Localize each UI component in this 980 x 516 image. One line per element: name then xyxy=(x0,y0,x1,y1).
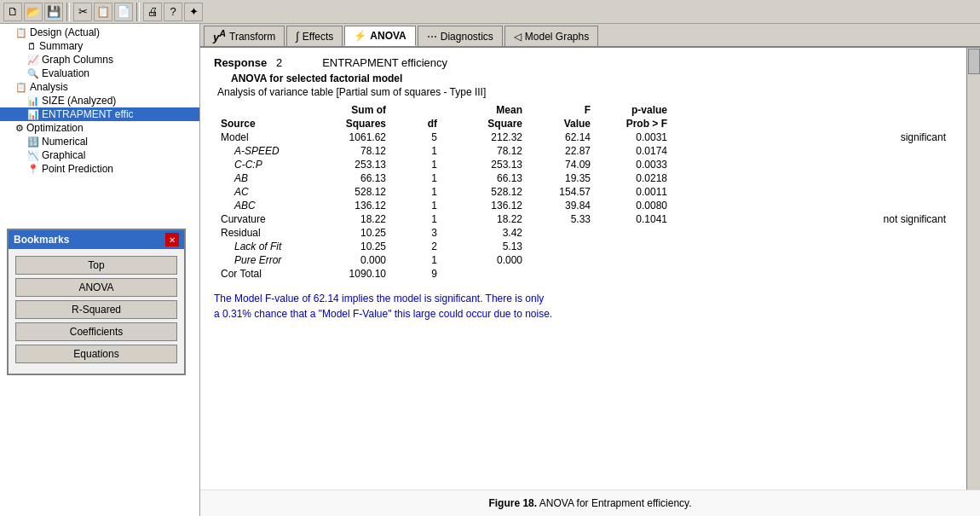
help-button[interactable]: ? xyxy=(164,3,182,21)
cell-mean-sq: 212.32 xyxy=(444,130,529,144)
cell-f-value: 74.09 xyxy=(529,158,597,171)
bookmarks-header: Bookmarks ✕ xyxy=(9,230,184,249)
table-row: Lack of Fit 10.25 2 5.13 xyxy=(214,240,953,253)
star-button[interactable]: ✦ xyxy=(184,3,203,21)
effects-icon: ∫ xyxy=(296,30,299,43)
table-row: Pure Error 0.000 1 0.000 xyxy=(214,253,953,267)
sidebar-item-evaluation[interactable]: 🔍 Evaluation xyxy=(0,67,199,80)
toolbar: 🗋 📂 💾 ✂ 📋 📄 🖨 ? ✦ xyxy=(0,0,980,24)
header-f-top: F xyxy=(529,103,597,117)
cell-mean-sq: 5.13 xyxy=(444,240,529,253)
cell-f-value xyxy=(529,240,597,253)
header-mean-bot: Square xyxy=(444,117,529,130)
folder-icon: 📋 xyxy=(15,27,27,38)
cell-f-value: 22.87 xyxy=(529,144,597,158)
cell-df: 1 xyxy=(393,144,444,158)
cut-button[interactable]: ✂ xyxy=(73,3,92,21)
cell-note xyxy=(674,144,953,158)
sidebar-item-numerical[interactable]: 🔢 Numerical xyxy=(0,135,199,148)
sidebar-item-graph-columns[interactable]: 📈 Graph Columns xyxy=(0,53,199,67)
transform-icon: yA xyxy=(213,28,226,43)
tab-diagnostics[interactable]: ⋯ Diagnostics xyxy=(418,26,503,46)
save-button[interactable]: 💾 xyxy=(44,3,63,21)
graph-columns-icon: 📈 xyxy=(27,55,39,66)
cell-source: A-SPEED xyxy=(214,144,308,158)
analysis-folder-icon: 📋 xyxy=(15,82,27,93)
sidebar-item-design[interactable]: 📋 Design (Actual) xyxy=(0,26,199,39)
sidebar-item-label: Point Prediction xyxy=(42,163,113,175)
response-label: Response xyxy=(214,56,267,69)
table-row: AB 66.13 1 66.13 19.35 0.0218 xyxy=(214,171,953,185)
figure-caption-bold: Figure 18. xyxy=(488,497,537,509)
sidebar-item-graphical[interactable]: 📉 Graphical xyxy=(0,148,199,162)
cell-note xyxy=(674,199,953,212)
sidebar: 📋 Design (Actual) 🗒 Summary 📈 Graph Colu… xyxy=(0,24,200,516)
cell-sum-sq: 78.12 xyxy=(308,144,393,158)
sidebar-item-entrapment[interactable]: 📊 ENTRAPMENT effic xyxy=(0,107,199,121)
cell-df: 1 xyxy=(393,212,444,226)
cell-p-value: 0.0080 xyxy=(597,199,674,212)
main-layout: 📋 Design (Actual) 🗒 Summary 📈 Graph Colu… xyxy=(0,24,980,516)
cell-df: 1 xyxy=(393,158,444,171)
tab-diagnostics-label: Diagnostics xyxy=(441,31,493,43)
sidebar-item-summary[interactable]: 🗒 Summary xyxy=(0,39,199,53)
scrollbar-thumb[interactable] xyxy=(968,49,980,74)
cell-f-value: 5.33 xyxy=(529,212,597,226)
footer-line1: The Model F-value of 62.14 implies the m… xyxy=(214,291,953,306)
cell-sum-sq: 1061.62 xyxy=(308,130,393,144)
bookmark-coefficients[interactable]: Coefficients xyxy=(15,322,177,341)
copy-button[interactable]: 📋 xyxy=(94,3,112,21)
open-button[interactable]: 📂 xyxy=(24,3,43,21)
tab-anova[interactable]: ⚡ ANOVA xyxy=(344,26,415,46)
sidebar-item-label: Design (Actual) xyxy=(30,26,100,38)
tab-effects[interactable]: ∫ Effects xyxy=(286,26,343,46)
print-button[interactable]: 🖨 xyxy=(143,3,162,21)
new-button[interactable]: 🗋 xyxy=(3,3,22,21)
diagnostics-icon: ⋯ xyxy=(427,31,437,43)
header-p-bot: Prob > F xyxy=(597,117,674,130)
separator1 xyxy=(66,3,70,21)
cell-mean-sq: 3.42 xyxy=(444,226,529,240)
scrollbar-track[interactable] xyxy=(966,48,980,490)
bookmark-equations[interactable]: Equations xyxy=(15,345,177,363)
cell-sum-sq: 136.12 xyxy=(308,199,393,212)
cell-sum-sq: 0.000 xyxy=(308,253,393,267)
cell-p-value xyxy=(597,240,674,253)
sidebar-item-label: Evaluation xyxy=(42,67,89,79)
sidebar-item-point-prediction[interactable]: 📍 Point Prediction xyxy=(0,162,199,176)
sidebar-item-label: Analysis xyxy=(30,81,68,93)
cell-mean-sq: 253.13 xyxy=(444,158,529,171)
tab-transform-label: Transform xyxy=(229,31,275,43)
cell-mean-sq: 136.12 xyxy=(444,199,529,212)
cell-source: C-C:P xyxy=(214,158,308,171)
cell-f-value: 62.14 xyxy=(529,130,597,144)
header-note2 xyxy=(674,117,953,130)
sidebar-item-analysis[interactable]: 📋 Analysis xyxy=(0,80,199,94)
cell-source: ABC xyxy=(214,199,308,212)
bookmark-top[interactable]: Top xyxy=(15,256,177,275)
tab-transform[interactable]: yA Transform xyxy=(204,26,285,46)
table-row: ABC 136.12 1 136.12 39.84 0.0080 xyxy=(214,199,953,212)
sidebar-item-optimization[interactable]: ⚙ Optimization xyxy=(0,121,199,135)
anova-icon: ⚡ xyxy=(354,30,366,42)
cell-source: Model xyxy=(214,130,308,144)
evaluation-icon: 🔍 xyxy=(27,68,39,79)
table-row: A-SPEED 78.12 1 78.12 22.87 0.0174 xyxy=(214,144,953,158)
bookmarks-close-button[interactable]: ✕ xyxy=(165,233,179,246)
footer-note: The Model F-value of 62.14 implies the m… xyxy=(214,291,953,322)
cell-df: 3 xyxy=(393,226,444,240)
sidebar-item-size[interactable]: 📊 SIZE (Analyzed) xyxy=(0,94,199,107)
sidebar-item-label: Summary xyxy=(39,40,83,52)
bookmark-anova[interactable]: ANOVA xyxy=(15,278,177,297)
cell-source: Cor Total xyxy=(214,267,308,281)
paste-button[interactable]: 📄 xyxy=(114,3,133,21)
numerical-icon: 🔢 xyxy=(27,136,39,148)
tab-model-graphs[interactable]: ◁ Model Graphs xyxy=(504,26,598,46)
bookmark-rsquared[interactable]: R-Squared xyxy=(15,300,177,319)
tab-model-graphs-label: Model Graphs xyxy=(525,31,589,43)
cell-f-value xyxy=(529,267,597,281)
footer-line2: a 0.31% chance that a "Model F-Value" th… xyxy=(214,306,953,322)
header-mean-top: Mean xyxy=(444,103,529,117)
anova-title1: ANOVA for selected factorial model xyxy=(231,72,953,84)
sidebar-item-label: ENTRAPMENT effic xyxy=(42,108,134,120)
